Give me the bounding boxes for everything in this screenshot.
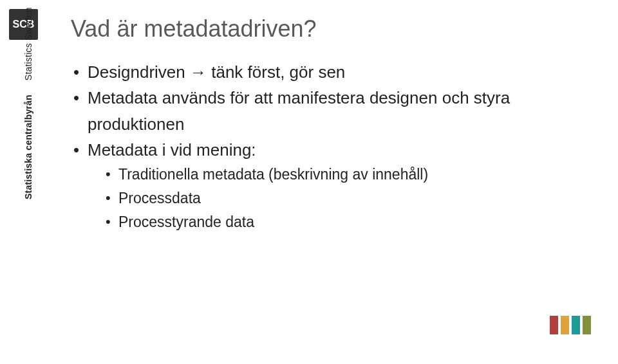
arrow-icon: → bbox=[190, 62, 207, 82]
sub-bullet-text: Processtyrande data bbox=[118, 214, 254, 230]
sub-bullet-text: Processdata bbox=[118, 190, 201, 206]
bullet-item: Metadata används för att manifestera des… bbox=[73, 85, 573, 137]
sub-bullet-item: Processtyrande data bbox=[106, 210, 573, 234]
bullet-item: Designdriven → tänk först, gör sen bbox=[73, 59, 573, 85]
sub-bullet-text: Traditionella metadata (beskrivning av i… bbox=[118, 166, 428, 183]
slide-title: Vad är metadatadriven? bbox=[71, 15, 573, 42]
bullet-item: Metadata i vid mening: Traditionella met… bbox=[73, 137, 573, 234]
bullet-text: Metadata i vid mening: bbox=[88, 140, 256, 159]
bullet-text-suffix: tänk först, gör sen bbox=[207, 62, 345, 82]
sub-bullet-item: Processdata bbox=[106, 187, 573, 210]
color-bar-orange bbox=[561, 316, 569, 334]
color-bar-teal bbox=[572, 316, 580, 334]
brand-color-bars bbox=[547, 316, 591, 334]
org-name-bold: Statistiska centralbyrån bbox=[23, 95, 33, 199]
color-bar-red bbox=[550, 316, 558, 334]
bullet-list: Designdriven → tänk först, gör sen Metad… bbox=[71, 59, 573, 234]
sub-bullet-item: Traditionella metadata (beskrivning av i… bbox=[106, 163, 573, 187]
bullet-text: Metadata används för att manifestera des… bbox=[88, 88, 510, 133]
sidebar: SCB Statistiska centralbyrån Statistics … bbox=[0, 0, 45, 364]
slide-content: Vad är metadatadriven? Designdriven → tä… bbox=[71, 15, 573, 234]
org-name-thin: Statistics Sweden bbox=[23, 7, 33, 80]
color-bar-olive bbox=[583, 316, 591, 334]
bullet-text-prefix: Designdriven bbox=[88, 62, 190, 82]
org-vertical-label: Statistiska centralbyrån Statistics Swed… bbox=[23, 7, 33, 199]
sub-bullet-list: Traditionella metadata (beskrivning av i… bbox=[88, 163, 573, 233]
